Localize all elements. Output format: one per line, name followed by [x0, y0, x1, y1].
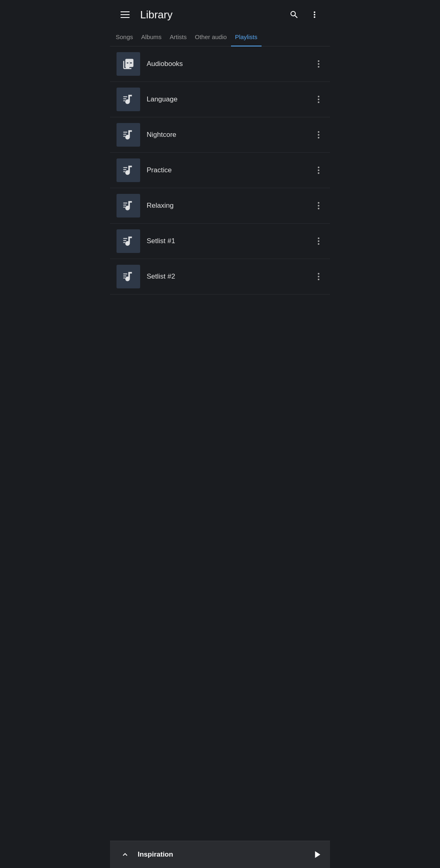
- playlist-icon: [117, 52, 140, 76]
- svg-rect-9: [123, 203, 128, 204]
- app-header: Library: [110, 0, 330, 28]
- music-playlist-icon: [122, 164, 134, 176]
- music-playlist-icon: [122, 200, 134, 212]
- playlist-more-button[interactable]: [314, 268, 323, 285]
- list-item[interactable]: Nightcore: [110, 117, 330, 153]
- three-dots-icon: [317, 165, 320, 176]
- tab-other-audio[interactable]: Other audio: [191, 28, 231, 46]
- music-playlist-icon: [122, 58, 134, 70]
- header-left: Library: [117, 8, 172, 21]
- tabs-nav: Songs Albums Artists Other audio Playlis…: [110, 28, 330, 46]
- svg-rect-7: [123, 169, 127, 170]
- playlist-more-button[interactable]: [314, 197, 323, 214]
- svg-rect-15: [123, 274, 128, 275]
- more-vertical-icon: [310, 10, 319, 20]
- three-dots-icon: [317, 236, 320, 246]
- now-playing-left: Inspiration: [117, 847, 173, 862]
- tab-albums[interactable]: Albums: [137, 28, 166, 46]
- search-button[interactable]: [286, 7, 302, 23]
- list-item[interactable]: Setlist #1: [110, 224, 330, 259]
- playlist-name: Setlist #1: [147, 237, 314, 245]
- svg-rect-5: [123, 136, 125, 137]
- music-playlist-icon: [122, 235, 134, 247]
- three-dots-icon: [317, 94, 320, 105]
- svg-rect-6: [123, 167, 128, 168]
- playlist-icon: [117, 158, 140, 182]
- list-item[interactable]: Language: [110, 82, 330, 117]
- play-icon: [311, 849, 323, 860]
- page-title: Library: [140, 9, 172, 21]
- music-playlist-icon: [122, 129, 134, 141]
- playlist-name: Nightcore: [147, 131, 314, 139]
- playlist-icon: [117, 229, 140, 253]
- svg-rect-0: [123, 97, 128, 97]
- svg-rect-2: [123, 101, 125, 101]
- music-playlist-icon: [122, 270, 134, 283]
- tab-songs[interactable]: Songs: [112, 28, 137, 46]
- svg-rect-3: [123, 132, 128, 133]
- tab-playlists[interactable]: Playlists: [231, 28, 262, 46]
- three-dots-icon: [317, 59, 320, 69]
- svg-rect-8: [123, 171, 125, 172]
- tab-artists[interactable]: Artists: [166, 28, 191, 46]
- svg-rect-12: [123, 238, 128, 239]
- playlist-more-button[interactable]: [314, 91, 323, 108]
- svg-rect-1: [123, 99, 127, 99]
- svg-rect-10: [123, 205, 127, 206]
- playlist-more-button[interactable]: [314, 55, 323, 73]
- playlist-name: Setlist #2: [147, 272, 314, 281]
- svg-rect-17: [123, 278, 125, 279]
- svg-rect-13: [123, 240, 127, 241]
- svg-rect-4: [123, 134, 127, 135]
- list-item[interactable]: Relaxing: [110, 188, 330, 224]
- header-icons: [286, 7, 323, 23]
- list-item[interactable]: Practice: [110, 153, 330, 188]
- hamburger-icon: [121, 11, 130, 18]
- svg-rect-11: [123, 207, 125, 208]
- three-dots-icon: [317, 200, 320, 211]
- now-playing-bar[interactable]: Inspiration: [110, 841, 330, 868]
- playlist-icon: [117, 194, 140, 218]
- playlist-more-button[interactable]: [314, 162, 323, 179]
- playlist-more-button[interactable]: [314, 233, 323, 250]
- search-icon: [289, 10, 299, 20]
- more-options-button[interactable]: [306, 7, 323, 23]
- playlist-name: Relaxing: [147, 202, 314, 210]
- playlist-name: Practice: [147, 166, 314, 174]
- play-button[interactable]: [311, 849, 323, 860]
- playlist-name: Audiobooks: [147, 60, 314, 68]
- playlist-icon: [117, 123, 140, 147]
- now-playing-title: Inspiration: [138, 850, 173, 859]
- list-item[interactable]: Audiobooks: [110, 46, 330, 82]
- collapse-button[interactable]: [117, 847, 133, 862]
- svg-rect-14: [123, 242, 125, 243]
- svg-rect-16: [123, 276, 127, 277]
- playlist-icon: [117, 88, 140, 111]
- list-item[interactable]: Setlist #2: [110, 259, 330, 294]
- menu-button[interactable]: [117, 8, 133, 21]
- playlist-list: Audiobooks Language: [110, 46, 330, 294]
- playlist-icon: [117, 265, 140, 288]
- playlist-more-button[interactable]: [314, 126, 323, 143]
- playlist-name: Language: [147, 95, 314, 103]
- three-dots-icon: [317, 271, 320, 282]
- chevron-up-icon: [121, 850, 130, 859]
- music-playlist-icon: [122, 93, 134, 105]
- three-dots-icon: [317, 130, 320, 140]
